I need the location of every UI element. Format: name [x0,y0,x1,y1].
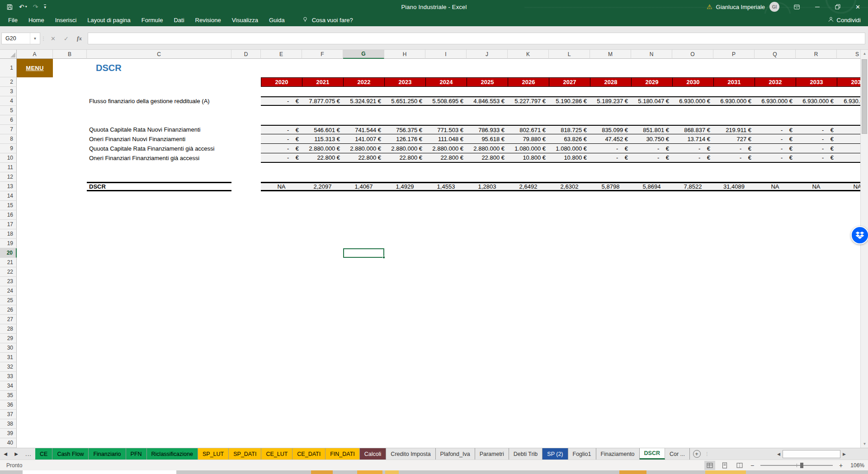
ribbon-tab-home[interactable]: Home [23,14,50,26]
row-header-7[interactable]: 7 [0,125,17,134]
name-box-dropdown-icon[interactable]: ▼ [30,33,40,44]
cell-E13[interactable]: NA [261,183,302,190]
cell-K7[interactable]: 802.671 € [508,126,549,134]
row-header-40[interactable]: 40 [0,438,17,448]
cell-K9[interactable]: 1.080.000 € [508,144,549,153]
column-header-K[interactable]: K [508,50,549,59]
year-header-cell-2024[interactable]: 2024 [426,78,467,86]
cell-Q4[interactable]: 6.930.000 € [755,97,796,105]
cell-N9[interactable]: - € [631,144,672,153]
page-layout-view-icon[interactable] [719,461,730,470]
row-header-6[interactable]: 6 [0,115,17,125]
row-header-14[interactable]: 14 [0,191,17,201]
row-header-18[interactable]: 18 [0,229,17,239]
row-header-26[interactable]: 26 [0,305,17,315]
cell-R7[interactable]: - € [796,126,837,134]
cell-F10[interactable]: 22.800 € [302,153,343,162]
row-header-29[interactable]: 29 [0,334,17,343]
formula-input[interactable] [88,33,865,44]
year-header-cell-2026[interactable]: 2026 [508,78,549,86]
row-header-8[interactable]: 8 [0,134,17,144]
row-header-31[interactable]: 31 [0,353,17,362]
cell-O10[interactable]: - € [672,153,713,162]
cell-J4[interactable]: 4.846.553 € [467,97,508,105]
ribbon-tab-inserisci[interactable]: Inserisci [50,14,82,26]
column-header-B[interactable]: B [53,50,87,59]
cell-P4[interactable]: 6.930.000 € [713,97,755,105]
sheet-tab-dscr[interactable]: DSCR [640,448,665,460]
row-header-27[interactable]: 27 [0,315,17,324]
cell-K4[interactable]: 5.227.797 € [508,97,549,105]
ribbon-tab-guida[interactable]: Guida [264,14,290,26]
year-header-cell-2030[interactable]: 2030 [673,78,714,86]
horizontal-scrollbar-thumb[interactable] [783,450,840,458]
cell-L9[interactable]: 1.080.000 € [549,144,590,153]
column-header-H[interactable]: H [384,50,425,59]
cell-P9[interactable]: - € [713,144,755,153]
cell-N4[interactable]: 5.180.047 € [631,97,672,105]
select-all-corner[interactable] [0,50,17,59]
row-label-quuota-capitale-rata-nuovi-finanziamenti[interactable]: Quuota Capitale Rata Nuovi Finanziamenti [89,125,200,134]
new-sheet-button[interactable]: + [690,448,703,460]
menu-cell-button[interactable]: MENU [17,59,53,77]
year-header-cell-2033[interactable]: 2033 [796,78,837,86]
cell-F9[interactable]: 2.880.000 € [302,144,343,153]
horizontal-scrollbar[interactable]: ◀ ▶ [775,448,848,460]
cell-R9[interactable]: - € [796,144,837,153]
ribbon-tab-dati[interactable]: Dati [168,14,189,26]
page-break-view-icon[interactable] [734,461,745,470]
year-header-cell-2020[interactable]: 2020 [261,78,302,86]
cell-R8[interactable]: - € [796,134,837,143]
cell-R10[interactable]: - € [796,153,837,162]
cell-N8[interactable]: 30.750 € [631,134,672,143]
undo-icon[interactable]: ↶▾ [19,4,27,10]
sheet-tab-fin-dati[interactable]: FIN_DATI [326,448,360,460]
cell-R13[interactable]: NA [796,183,837,190]
row-header-4[interactable]: 4 [0,96,17,106]
cell-S7[interactable]: - € [837,126,860,134]
account-user-name[interactable]: Gianluca Imperiale [716,4,765,10]
cell-H8[interactable]: 126.176 € [384,134,425,143]
row-header-34[interactable]: 34 [0,381,17,391]
cell-I13[interactable]: 1,4553 [425,183,467,190]
cell-I8[interactable]: 111.048 € [425,134,467,143]
sheet-tab-plafond-iva[interactable]: Plafond_Iva [436,448,475,460]
cell-H4[interactable]: 5.651.250 € [384,97,425,105]
row-header-20[interactable]: 20 [0,248,17,258]
row-header-12[interactable]: 12 [0,172,17,182]
avatar[interactable]: GI [769,2,779,12]
sheet-nav-left-icon[interactable]: ◀ [0,448,11,460]
sheet-tab-parametri[interactable]: Parametri [475,448,509,460]
cell-P10[interactable]: - € [713,153,755,162]
cell-E9[interactable]: - € [261,144,302,153]
vertical-scrollbar[interactable]: ▲ ▼ [860,50,868,448]
cell-I9[interactable]: 2.880.000 € [425,144,467,153]
cell-O13[interactable]: 7,8522 [672,183,713,190]
ribbon-tab-file[interactable]: File [3,14,23,26]
cell-R4[interactable]: 6.930.000 € [796,97,837,105]
cell-N10[interactable]: - € [631,153,672,162]
cell-G10[interactable]: 22.800 € [343,153,384,162]
cell-S9[interactable]: - € [837,144,860,153]
cell-M13[interactable]: 5,8798 [590,183,631,190]
sheet-tab-ce-dati[interactable]: CE_DATI [292,448,326,460]
row-label-oneri-finanziari-finanziamenti-gi-accessi[interactable]: Oneri Finanziari Finanziamenti già acces… [89,153,199,163]
column-header-O[interactable]: O [672,50,713,59]
column-header-P[interactable]: P [713,50,755,59]
column-header-G[interactable]: G [343,50,384,59]
zoom-slider[interactable] [760,465,833,466]
cell-O4[interactable]: 6.930.000 € [672,97,713,105]
column-header-L[interactable]: L [549,50,590,59]
cell-G8[interactable]: 141.007 € [343,134,384,143]
customize-qat-icon[interactable]: ▾ [44,5,46,9]
zoom-out-icon[interactable]: − [749,462,755,469]
zoom-slider-handle[interactable] [800,463,803,468]
cell-M10[interactable]: - € [590,153,631,162]
row-header-1[interactable]: 1 [0,59,17,77]
ribbon-display-options-button[interactable] [787,0,807,14]
cell-M4[interactable]: 5.189.237 € [590,97,631,105]
sheet-tab-ce[interactable]: CE [35,448,52,460]
cell-M8[interactable]: 47.452 € [590,134,631,143]
cell-I10[interactable]: 22.800 € [425,153,467,162]
sheet-tab-sp-2[interactable]: SP (2) [542,448,568,460]
